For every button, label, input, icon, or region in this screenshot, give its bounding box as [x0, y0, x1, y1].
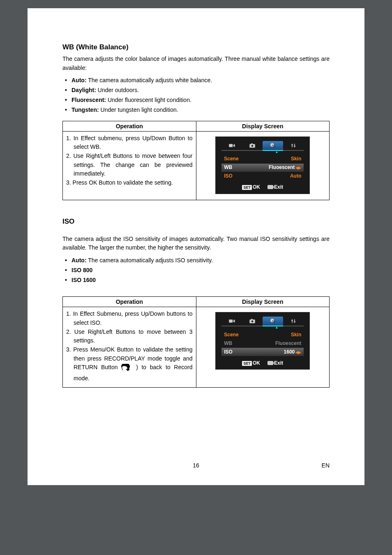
wb-item-auto: Auto: The camera automatically adjusts w…: [62, 76, 330, 86]
iso-item-auto: Auto: The camera automatically adjusts I…: [62, 256, 330, 266]
wb-item-daylight: Daylight: Under outdoors.: [62, 86, 330, 95]
iso-operation-cell: 1. In Effect Submenu, press Up/Down butt…: [63, 307, 196, 388]
page-number: 16: [62, 462, 330, 469]
iso-th-operation: Operation: [63, 297, 196, 307]
iso-row-iso: ISO1600◀▶: [221, 348, 304, 356]
iso-step-2: 2. Use Right/Left Buttons to move betwee…: [66, 328, 193, 345]
wb-th-display: Display Screen: [196, 121, 330, 131]
wb-row-iso: ISOAuto: [221, 172, 304, 180]
iso-intro: The camera adjust the ISO sensitivity of…: [62, 235, 330, 252]
settings-tab-icon: [283, 141, 304, 151]
arrow-right-icon: ◀▶: [295, 350, 301, 356]
return-icon: [267, 361, 273, 365]
iso-screen-rows: SceneSkin WBFluoescent ISO1600◀▶: [216, 329, 309, 357]
wb-screen: ▲ SceneSkin WBFluoescent◀▶ ISOAuto SETOK…: [215, 136, 310, 194]
iso-screen: ▲ SceneSkin WBFluoescent ISO1600◀▶ SETOK…: [215, 312, 310, 370]
svg-rect-7: [229, 320, 233, 323]
wb-row-wb: WBFluoescent◀▶: [221, 164, 304, 172]
settings-tab-icon: [283, 317, 304, 326]
wb-tabs: [221, 141, 304, 151]
wb-display-cell: ▲ SceneSkin WBFluoescent◀▶ ISOAuto SETOK…: [196, 131, 330, 200]
iso-tabs: [221, 317, 304, 326]
iso-display-cell: ▲ SceneSkin WBFluoescent ISO1600◀▶ SETOK…: [196, 307, 330, 388]
wb-item-fluorescent: Fluorescent: Under fluorescent light con…: [62, 95, 330, 105]
wb-step-3: 3. Press OK Button to validate the setti…: [66, 178, 193, 187]
iso-step-3: 3. Press Menu/OK Button to validate the …: [66, 345, 193, 383]
effects-tab-icon: [263, 317, 283, 326]
effects-tab-icon: [263, 141, 283, 151]
svg-rect-0: [229, 144, 233, 147]
wb-step-1: 1. In Effect submenu, press Up/Down Butt…: [66, 134, 193, 152]
iso-th-display: Display Screen: [196, 297, 330, 307]
iso-row-wb: WBFluoescent: [221, 339, 304, 347]
wb-heading: WB (White Balance): [62, 43, 330, 51]
iso-table: Operation Display Screen 1. In Effect Su…: [62, 296, 330, 388]
svg-rect-10: [251, 319, 253, 320]
iso-item-1600: ISO 1600: [62, 275, 330, 285]
wb-table: Operation Display Screen 1. In Effect su…: [62, 121, 330, 200]
wb-screen-rows: SceneSkin WBFluoescent◀▶ ISOAuto: [216, 153, 309, 182]
return-loop-icon: [127, 364, 131, 374]
wb-list: Auto: The camera automatically adjusts w…: [62, 76, 330, 115]
camera-tab-icon: [242, 317, 263, 326]
wb-operation-cell: 1. In Effect submenu, press Up/Down Butt…: [63, 131, 196, 200]
iso-item-800: ISO 800: [62, 266, 330, 275]
wb-step-2: 2. Use Right/Left Buttons to move betwee…: [66, 152, 193, 178]
svg-point-9: [251, 321, 254, 323]
page-footer: 16 EN: [28, 462, 364, 469]
exit-label: Exit: [267, 359, 283, 367]
iso-step-1: 1. In Effect Submenu, press Up/Down butt…: [66, 310, 193, 327]
exit-label: Exit: [267, 183, 283, 191]
set-ok-label: SETOK: [242, 359, 260, 367]
return-icon: [267, 185, 273, 189]
wb-row-scene: SceneSkin: [221, 155, 304, 163]
set-ok-label: SETOK: [242, 183, 260, 191]
wb-item-tungsten: Tungsten: Under tungsten light condition…: [62, 105, 330, 115]
video-tab-icon: [221, 141, 242, 151]
camera-tab-icon: [242, 141, 263, 151]
iso-list: Auto: The camera automatically adjusts I…: [62, 256, 330, 285]
language-code: EN: [322, 462, 330, 469]
document-page: WB (White Balance) The camera adjusts th…: [28, 8, 364, 485]
arrow-right-icon: ◀▶: [295, 165, 301, 171]
iso-heading: ISO: [62, 217, 330, 226]
iso-screen-bottombar: SETOK Exit: [216, 358, 309, 370]
wb-intro: The camera adjusts the color balance of …: [62, 55, 330, 72]
svg-point-2: [251, 145, 254, 147]
svg-rect-3: [251, 143, 253, 144]
video-tab-icon: [221, 317, 242, 326]
iso-row-scene: SceneSkin: [221, 331, 304, 339]
wb-th-operation: Operation: [63, 121, 196, 131]
wb-screen-bottombar: SETOK Exit: [216, 182, 309, 194]
